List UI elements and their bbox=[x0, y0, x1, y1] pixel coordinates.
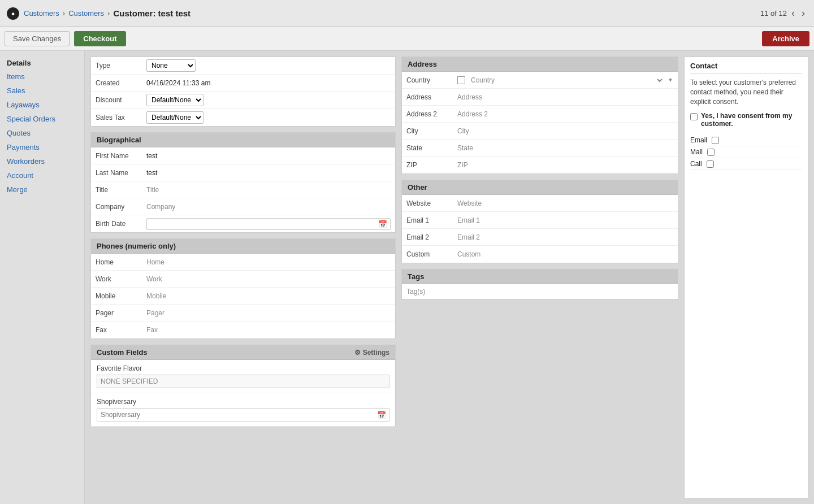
home-value: Home bbox=[146, 258, 391, 266]
zip-label: ZIP bbox=[406, 161, 457, 169]
email-checkbox[interactable] bbox=[712, 137, 719, 144]
sales-tax-row: Sales Tax Default/None bbox=[91, 109, 395, 126]
title-row: Title Title bbox=[91, 181, 395, 198]
prev-button[interactable]: ‹ bbox=[789, 7, 797, 19]
company-value: Company bbox=[146, 203, 391, 211]
pagination-text: 11 of 12 bbox=[760, 9, 787, 18]
action-bar: Save Changes Checkout Archive bbox=[0, 27, 814, 51]
email-opt-label: Email bbox=[690, 136, 707, 144]
address-section: Address Country Country ▼ Address Addres… bbox=[401, 57, 678, 174]
email1-value: Email 1 bbox=[457, 216, 673, 224]
archive-button[interactable]: Archive bbox=[762, 31, 809, 46]
sidebar-item-items[interactable]: Items bbox=[0, 69, 84, 84]
birth-date-input[interactable] bbox=[147, 219, 375, 229]
created-value: 04/16/2024 11:33 am bbox=[146, 79, 391, 87]
other-header: Other bbox=[402, 180, 678, 195]
type-select[interactable]: None Retail Wholesale bbox=[146, 59, 196, 72]
favorite-flavor-label: Favorite Flavor bbox=[97, 364, 389, 372]
company-label: Company bbox=[96, 203, 146, 211]
sidebar-item-workorders[interactable]: Workorders bbox=[0, 154, 84, 168]
state-label: State bbox=[406, 144, 457, 152]
email-contact-row: Email bbox=[690, 134, 802, 146]
sidebar-item-special-orders[interactable]: Special Orders bbox=[0, 112, 84, 126]
custom-field-shopiversary: Shopiversary 📅 bbox=[91, 393, 395, 427]
shopiversary-date-field[interactable]: 📅 bbox=[97, 408, 389, 422]
mail-checkbox[interactable] bbox=[707, 149, 715, 156]
country-checkbox[interactable] bbox=[457, 76, 465, 84]
calendar-icon[interactable]: 📅 bbox=[375, 219, 390, 229]
contact-title: Contact bbox=[690, 62, 802, 73]
website-value: Website bbox=[457, 199, 673, 207]
next-button[interactable]: › bbox=[799, 7, 807, 19]
work-value: Work bbox=[146, 275, 391, 283]
sidebar-details-label: Details bbox=[0, 55, 84, 69]
zip-value: ZIP bbox=[457, 161, 673, 169]
contact-panel: Contact To select your customer's prefer… bbox=[684, 57, 808, 498]
website-label: Website bbox=[406, 199, 457, 207]
address1-row: Address Address bbox=[402, 89, 678, 106]
breadcrumb-sep1: › bbox=[63, 9, 65, 18]
address2-value: Address 2 bbox=[457, 110, 673, 118]
title-label: Title bbox=[96, 186, 146, 194]
phones-section: Phones (numeric only) Home Home Work Wor… bbox=[90, 238, 396, 339]
other-section: Other Website Website Email 1 Email 1 Em… bbox=[401, 180, 678, 263]
breadcrumb-sep2: › bbox=[107, 9, 110, 18]
checkout-button[interactable]: Checkout bbox=[74, 31, 125, 46]
shopiversary-calendar-icon[interactable]: 📅 bbox=[374, 410, 389, 420]
work-label: Work bbox=[96, 275, 146, 283]
mobile-phone-row: Mobile Mobile bbox=[91, 288, 395, 305]
save-changes-button[interactable]: Save Changes bbox=[5, 31, 70, 46]
custom-label: Custom bbox=[406, 250, 457, 258]
birth-date-label: Birth Date bbox=[96, 220, 146, 228]
discount-row: Discount Default/None bbox=[91, 92, 395, 109]
tags-input[interactable]: Tag(s) bbox=[402, 284, 678, 299]
mobile-label: Mobile bbox=[96, 292, 146, 300]
country-label: Country bbox=[406, 76, 457, 84]
sidebar-item-payments[interactable]: Payments bbox=[0, 140, 84, 154]
country-dropdown-arrow: ▼ bbox=[668, 77, 673, 83]
created-row: Created 04/16/2024 11:33 am bbox=[91, 75, 395, 92]
custom-fields-settings[interactable]: ⚙ Settings bbox=[354, 349, 389, 357]
phones-header: Phones (numeric only) bbox=[91, 239, 395, 254]
home-phone-row: Home Home bbox=[91, 254, 395, 271]
mobile-value: Mobile bbox=[146, 292, 391, 300]
sales-tax-select[interactable]: Default/None bbox=[146, 111, 204, 124]
sidebar-item-quotes[interactable]: Quotes bbox=[0, 126, 84, 140]
mail-opt-label: Mail bbox=[690, 148, 703, 156]
mail-contact-row: Mail bbox=[690, 146, 802, 158]
city-label: City bbox=[406, 127, 457, 135]
consent-label: Yes, I have consent from my customer. bbox=[701, 112, 802, 128]
shopiversary-input[interactable] bbox=[97, 409, 374, 421]
pager-value: Pager bbox=[146, 309, 391, 317]
type-label: Type bbox=[96, 62, 146, 69]
discount-select[interactable]: Default/None bbox=[146, 94, 204, 106]
tags-header: Tags bbox=[402, 270, 678, 284]
custom-fields-title: Custom Fields bbox=[97, 348, 148, 357]
biographical-section: Biographical First Name test Last Name t… bbox=[90, 132, 396, 233]
country-input-row: Country ▼ bbox=[457, 76, 673, 85]
zip-row: ZIP ZIP bbox=[402, 157, 678, 173]
sidebar-item-account[interactable]: Account bbox=[0, 168, 84, 183]
sidebar-item-merge[interactable]: Merge bbox=[0, 183, 84, 197]
sidebar-item-sales[interactable]: Sales bbox=[0, 84, 84, 98]
pager-row: Pager Pager bbox=[91, 305, 395, 321]
first-name-value: test bbox=[146, 152, 391, 160]
country-select[interactable]: Country bbox=[469, 76, 664, 85]
work-phone-row: Work Work bbox=[91, 271, 395, 288]
sidebar-item-layaways[interactable]: Layaways bbox=[0, 98, 84, 112]
call-contact-row: Call bbox=[690, 158, 802, 170]
breadcrumb-customers2[interactable]: Customers bbox=[68, 9, 104, 18]
last-name-label: Last Name bbox=[96, 169, 146, 177]
birth-date-field[interactable]: 📅 bbox=[146, 218, 391, 230]
sidebar: Details Items Sales Layaways Special Ord… bbox=[0, 51, 85, 504]
favorite-flavor-input[interactable] bbox=[97, 375, 389, 388]
address1-label: Address bbox=[406, 93, 457, 101]
fax-label: Fax bbox=[96, 326, 146, 334]
breadcrumb-customers1[interactable]: Customers bbox=[24, 9, 59, 18]
address-header: Address bbox=[402, 57, 678, 72]
call-checkbox[interactable] bbox=[707, 160, 714, 168]
right-column: Address Country Country ▼ Address Addres… bbox=[401, 57, 678, 498]
consent-checkbox[interactable] bbox=[690, 113, 698, 120]
company-row: Company Company bbox=[91, 198, 395, 215]
type-row: Type None Retail Wholesale bbox=[91, 57, 395, 75]
